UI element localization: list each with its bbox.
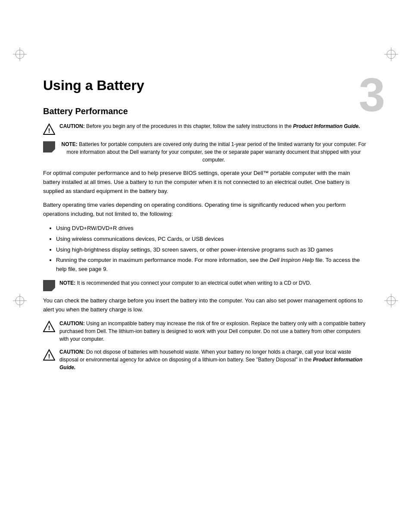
page: 3 Using a Battery Battery Performance ! … xyxy=(0,34,411,532)
caution-box-3: ! CAUTION: Do not dispose of batteries w… xyxy=(43,348,368,371)
caution-box-2: ! CAUTION: Using an incompatible battery… xyxy=(43,320,368,343)
list-item: Running the computer in maximum performa… xyxy=(56,256,368,274)
caution-body-3: Do not dispose of batteries with househo… xyxy=(59,349,362,370)
caution-text-2: CAUTION: Using an incompatible battery m… xyxy=(59,320,368,343)
caution-label-2: CAUTION: xyxy=(59,320,85,327)
caution-text-1: CAUTION: Before you begin any of the pro… xyxy=(59,122,368,130)
note-text-1: NOTE: Batteries for portable computers a… xyxy=(59,140,368,164)
corner-mark-mr xyxy=(383,293,399,308)
caution-body-2: Using an incompatible battery may increa… xyxy=(59,320,365,342)
caution-box-1: ! CAUTION: Before you begin any of the p… xyxy=(43,122,368,135)
chapter-title: Using a Battery xyxy=(43,78,368,93)
corner-mark-tr xyxy=(383,47,399,62)
paragraph-3: You can check the battery charge before … xyxy=(43,296,368,314)
caution-label-1: CAUTION: xyxy=(59,123,85,129)
caution-text-3: CAUTION: Do not dispose of batteries wit… xyxy=(59,348,368,371)
corner-mark-ml xyxy=(12,293,28,308)
caution-icon-2: ! xyxy=(43,320,55,333)
note-label-1: NOTE: xyxy=(61,141,77,147)
bullet-4-text: Running the computer in maximum performa… xyxy=(56,257,360,272)
paragraph-1: For optimal computer performance and to … xyxy=(43,169,368,196)
note-box-2: NOTE: It is recommended that you connect… xyxy=(43,279,368,291)
corner-mark-tl xyxy=(12,47,28,62)
note-body-2: It is recommended that you connect your … xyxy=(77,280,311,286)
note-icon-1 xyxy=(43,141,55,152)
list-item: Using high-brightness display settings, … xyxy=(56,246,368,255)
note-label-2: NOTE: xyxy=(59,280,75,286)
svg-text:!: ! xyxy=(48,324,50,331)
caution-icon-1: ! xyxy=(43,123,55,135)
paragraph-2: Battery operating time varies depending … xyxy=(43,201,368,219)
list-item: Using wireless communications devices, P… xyxy=(56,235,368,244)
svg-text:!: ! xyxy=(48,353,50,360)
chapter-number-area: 3 xyxy=(342,71,385,118)
caution-icon-3: ! xyxy=(43,349,55,361)
note-text-2: NOTE: It is recommended that you connect… xyxy=(59,279,368,287)
list-item: Using DVD+RW/DVD+R drives xyxy=(56,224,368,233)
chapter-number: 3 xyxy=(359,68,385,121)
note-box-1: NOTE: Batteries for portable computers a… xyxy=(43,140,368,164)
note-body-1: Batteries for portable computers are cov… xyxy=(66,141,366,163)
note-icon-2 xyxy=(43,280,55,291)
section-title: Battery Performance xyxy=(43,106,368,116)
main-content: Using a Battery Battery Performance ! CA… xyxy=(43,34,368,371)
caution-label-3: CAUTION: xyxy=(59,349,85,355)
svg-text:!: ! xyxy=(48,127,50,134)
caution-body-1: Before you begin any of the procedures i… xyxy=(86,123,360,129)
bullet-list: Using DVD+RW/DVD+R drives Using wireless… xyxy=(56,224,368,274)
